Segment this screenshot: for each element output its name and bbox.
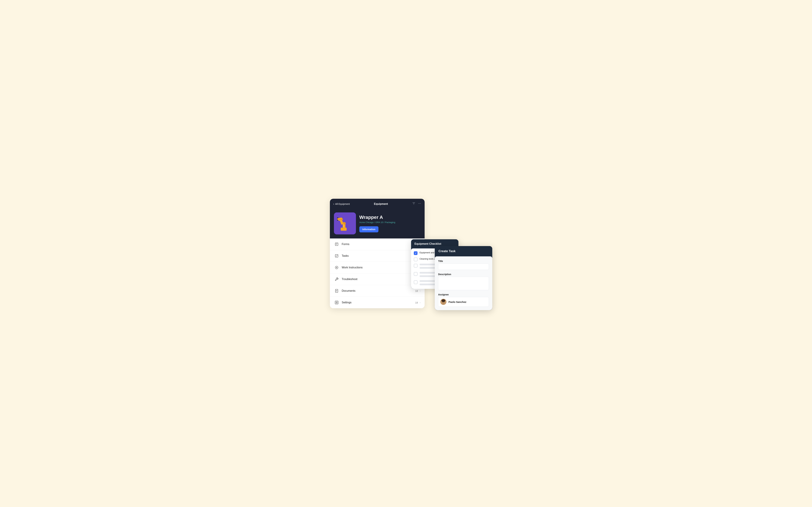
menu-item-settings[interactable]: Settings 18 › <box>330 297 424 308</box>
svg-marker-19 <box>336 267 337 268</box>
settings-chevron: › <box>420 301 420 304</box>
svg-point-24 <box>442 299 445 302</box>
checkbox-5[interactable] <box>414 280 417 284</box>
robot-arm-illustration <box>336 214 354 233</box>
documents-icon <box>334 288 339 293</box>
checkmark-1: ✓ <box>415 252 417 255</box>
create-task-body: Title Description Assignee <box>435 257 492 310</box>
header-actions <box>412 202 421 206</box>
assignee-label: Assignee <box>438 293 489 296</box>
card-header: ‹ All Equipment Equipment <box>330 199 424 209</box>
svg-rect-15 <box>343 224 344 227</box>
equipment-info: Wrapper A Acme Chicago / GRA 10 / Packag… <box>359 215 420 232</box>
svg-point-29 <box>443 303 444 303</box>
description-textarea[interactable] <box>438 277 489 290</box>
equipment-name: Wrapper A <box>359 215 420 220</box>
svg-point-4 <box>419 203 420 204</box>
equipment-card: ‹ All Equipment Equipment <box>330 199 424 308</box>
svg-point-25 <box>441 301 442 303</box>
svg-point-5 <box>420 203 421 204</box>
assignee-field: Assignee <box>438 293 489 307</box>
description-label: Description <box>438 273 489 276</box>
create-task-header: Create Task <box>435 246 492 257</box>
svg-point-26 <box>445 301 446 303</box>
back-label: All Equipment <box>335 203 350 205</box>
checkbox-4[interactable] <box>414 272 417 276</box>
forms-icon <box>334 241 339 247</box>
assignee-name: Paolo Sanchez <box>449 300 466 303</box>
troubleshoot-label: Troubleshoot <box>342 278 415 281</box>
menu-item-forms[interactable]: Forms 5 › <box>330 238 424 250</box>
documents-label: Documents <box>342 289 415 292</box>
filter-icon[interactable] <box>412 202 415 206</box>
assignee-row[interactable]: Paolo Sanchez <box>438 297 489 307</box>
settings-count: 18 <box>415 301 418 304</box>
create-task-title: Create Task <box>439 249 456 253</box>
title-field: Title <box>438 260 489 270</box>
wrench-icon <box>334 277 339 282</box>
more-icon[interactable] <box>418 202 421 206</box>
header-title: Equipment <box>374 203 388 206</box>
avatar <box>440 299 446 305</box>
svg-point-3 <box>418 203 419 204</box>
forms-label: Forms <box>342 243 416 246</box>
equipment-path: Acme Chicago / GRA 10 / Packaging <box>359 221 420 224</box>
svg-rect-16 <box>335 243 338 246</box>
documents-chevron: › <box>420 289 420 292</box>
menu-item-documents[interactable]: Documents 18 › <box>330 285 424 297</box>
equipment-image <box>334 213 356 234</box>
tasks-label: Tasks <box>342 255 413 258</box>
svg-point-28 <box>444 302 444 302</box>
svg-rect-20 <box>336 289 338 292</box>
menu-list: Forms 5 › Tasks 2 / 7 › Work Instruction… <box>330 238 424 308</box>
menu-item-troubleshoot[interactable]: Troubleshoot 15 › <box>330 273 424 285</box>
avatar-image <box>440 299 446 305</box>
description-field: Description <box>438 273 489 290</box>
work-instructions-label: Work Instructions <box>342 266 415 269</box>
tasks-icon <box>334 253 339 259</box>
main-scene: ‹ All Equipment Equipment <box>330 199 482 308</box>
settings-icon <box>334 300 339 305</box>
create-task-panel: Create Task Title Description Assignee <box>435 246 492 310</box>
title-label: Title <box>438 260 489 263</box>
settings-label: Settings <box>342 301 415 304</box>
checkbox-2[interactable] <box>414 258 417 261</box>
checkbox-1[interactable]: ✓ <box>414 251 417 255</box>
title-input[interactable] <box>438 264 489 270</box>
documents-count: 18 <box>415 289 418 292</box>
menu-item-work-instructions[interactable]: Work Instructions 26 › <box>330 262 424 273</box>
svg-point-27 <box>442 302 443 302</box>
equipment-hero: Wrapper A Acme Chicago / GRA 10 / Packag… <box>330 209 424 238</box>
menu-item-tasks[interactable]: Tasks 2 / 7 › <box>330 250 424 262</box>
checkbox-3[interactable] <box>414 264 417 268</box>
play-icon <box>334 265 339 270</box>
back-arrow-icon: ‹ <box>333 203 334 206</box>
information-button[interactable]: Information <box>359 226 378 232</box>
back-button[interactable]: ‹ All Equipment <box>333 203 350 206</box>
checklist-title: Equipment Checklist <box>414 242 441 245</box>
